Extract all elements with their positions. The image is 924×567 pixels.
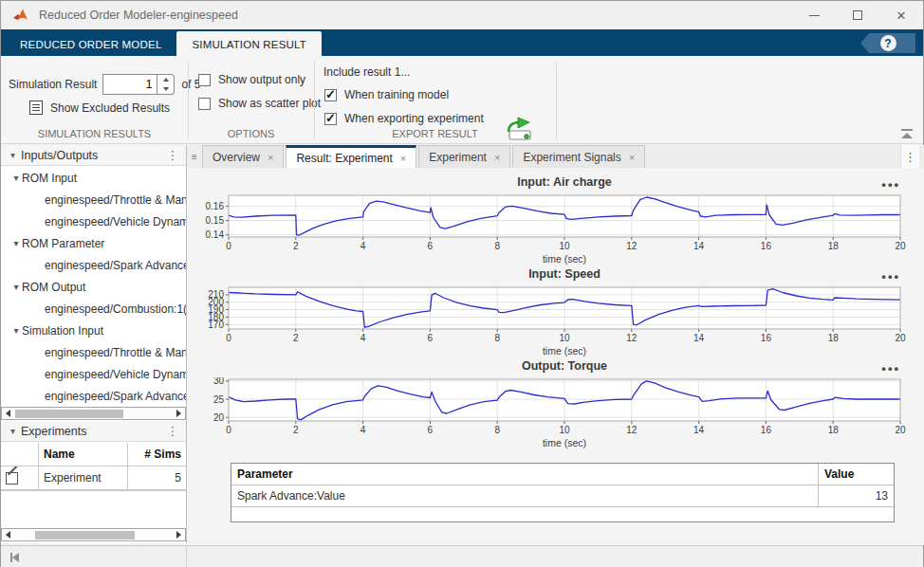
svg-text:16: 16	[761, 425, 772, 435]
experiment-name-cell[interactable]: Experiment	[39, 466, 128, 489]
doc-tab-experiment-signals[interactable]: Experiment Signals×	[512, 145, 645, 168]
checkbox-label: Show as scatter plot	[218, 97, 321, 110]
plot-options-button[interactable]: •••	[881, 269, 900, 284]
plot-canvas: 02468101214161820202530time (sec)	[187, 377, 924, 452]
svg-text:0: 0	[226, 333, 231, 343]
plot-options-button[interactable]: •••	[881, 177, 900, 192]
checkbox-label: Show output only	[218, 73, 305, 86]
checkbox-checked-icon[interactable]	[324, 89, 337, 101]
tree-item[interactable]: ▾Simulation Input	[1, 320, 186, 341]
tree-item-label: Simulation Input	[22, 324, 103, 338]
stepper-down-icon[interactable]	[157, 84, 174, 94]
parameter-row[interactable]: Spark Advance:Value13	[231, 485, 894, 507]
plot-input-speed: Input: Speed•••0246810121416182017018019…	[187, 267, 924, 360]
experiment-sims-cell[interactable]: 5	[128, 466, 186, 489]
close-icon: ✕	[896, 9, 907, 22]
experiment-row[interactable]: Experiment5	[1, 466, 186, 490]
svg-text:0: 0	[226, 241, 231, 251]
experiments-table-header: Name# Sims	[1, 443, 186, 466]
doc-tab-label: Result: Experiment	[296, 152, 392, 165]
tree-item[interactable]: enginespeed/Combustion:1(T	[1, 298, 186, 320]
export-option-when-training-model[interactable]: When training model	[324, 88, 484, 101]
tree-horizontal-scrollbar[interactable]	[1, 407, 186, 420]
svg-text:0.15: 0.15	[206, 215, 225, 226]
experiments-kebab-menu[interactable]: ⋮	[167, 424, 179, 438]
tree-item[interactable]: enginespeed/Spark Advance:	[1, 254, 186, 276]
section-label-options: OPTIONS	[188, 128, 314, 139]
document-tab-bar: ≡ Overview×Result: Experiment×Experiment…	[187, 145, 924, 168]
tree-expander-icon[interactable]: ▾	[10, 238, 22, 248]
option-show-output-only[interactable]: Show output only	[198, 73, 321, 86]
svg-text:6: 6	[428, 425, 434, 435]
x-axis-label: time (sec)	[543, 345, 586, 357]
help-button[interactable]: ?	[880, 35, 896, 51]
tree-item[interactable]: enginespeed/Throttle & Manif	[1, 341, 186, 363]
left-sidebar: ▾ Inputs/Outputs ⋮ ▾ROM Inputenginespeed…	[1, 145, 187, 543]
tree-item[interactable]: enginespeed/Spark Advance:	[1, 385, 186, 407]
svg-text:18: 18	[828, 241, 840, 251]
tree-item-label: ROM Input	[22, 172, 77, 185]
scrollbar-thumb[interactable]	[15, 410, 123, 418]
simulation-result-input[interactable]	[102, 74, 157, 95]
tree-expander-icon[interactable]: ▾	[10, 282, 22, 292]
plot-canvas: 024681012141618200.140.150.16time (sec)	[187, 193, 924, 268]
checkbox-unchecked-icon[interactable]	[198, 98, 211, 110]
doc-tab-result-experiment[interactable]: Result: Experiment×	[286, 145, 416, 168]
inputs-outputs-header[interactable]: ▾ Inputs/Outputs ⋮	[1, 145, 186, 166]
tabbar-grip-icon: ≡	[187, 145, 202, 168]
tab-close-icon[interactable]: ×	[494, 152, 500, 163]
experiments-header[interactable]: ▾ Experiments ⋮	[1, 421, 186, 442]
tree-item[interactable]: enginespeed/Throttle & Manif	[1, 189, 186, 210]
parameter-table-header: Parameter Value	[231, 464, 894, 485]
column-header-# Sims: # Sims	[128, 443, 186, 466]
svg-text:6: 6	[428, 241, 434, 251]
tab-close-icon[interactable]: ×	[629, 152, 635, 163]
svg-text:4: 4	[360, 241, 366, 251]
svg-text:6: 6	[428, 333, 434, 343]
tree-item[interactable]: enginespeed/Vehicle Dynami	[1, 363, 186, 385]
tree-item-label: enginespeed/Vehicle Dynami	[45, 215, 186, 229]
plot-title: Input: Speed	[229, 267, 900, 285]
tree-expander-icon[interactable]: ▾	[10, 173, 22, 183]
scroll-left-icon[interactable]	[2, 529, 14, 540]
scrollbar-thumb[interactable]	[35, 531, 135, 540]
tabbar-kebab-menu[interactable]: ⋮	[900, 145, 919, 168]
x-axis-label: time (sec)	[543, 437, 586, 448]
stepper-up-icon[interactable]	[157, 75, 174, 84]
tree-item-label: enginespeed/Throttle & Manif	[45, 193, 186, 207]
scroll-right-icon[interactable]	[173, 408, 185, 419]
tree-item[interactable]: ▾ROM Output	[1, 276, 186, 298]
minimize-button[interactable]	[792, 1, 836, 29]
collapse-sidebar-button[interactable]	[10, 553, 19, 562]
doc-tab-overview[interactable]: Overview×	[202, 145, 284, 168]
inputs-outputs-kebab-menu[interactable]: ⋮	[167, 148, 179, 162]
maximize-button[interactable]	[836, 1, 879, 29]
parameter-value-cell[interactable]: 13	[819, 485, 894, 506]
collapse-ribbon-button[interactable]	[900, 129, 914, 139]
scroll-right-icon[interactable]	[173, 529, 185, 540]
tree-expander-icon[interactable]: ▾	[10, 325, 22, 336]
close-button[interactable]: ✕	[879, 1, 923, 29]
tab-close-icon[interactable]: ×	[268, 152, 273, 163]
show-excluded-results-button[interactable]: Show Excluded Results	[29, 101, 170, 115]
tree-item[interactable]: enginespeed/Vehicle Dynami	[1, 210, 186, 232]
tree-item[interactable]: ▾ROM Parameter	[1, 232, 186, 254]
export-option-when-exporting-experiment[interactable]: When exporting experiment	[324, 112, 484, 125]
experiments-horizontal-scrollbar[interactable]	[1, 528, 186, 541]
checkbox-unchecked-icon[interactable]	[198, 74, 211, 86]
checkbox-checked-icon[interactable]	[324, 113, 337, 125]
edit-experiment-icon[interactable]	[6, 472, 18, 485]
plot-options-button[interactable]: •••	[881, 361, 900, 375]
ribbon-tab-simulation-result[interactable]: SIMULATION RESULT	[176, 31, 322, 58]
simulation-result-stepper[interactable]	[157, 74, 175, 95]
ribbon-tab-reduced-order-model[interactable]: REDUCED ORDER MODEL	[5, 31, 176, 58]
tab-close-icon[interactable]: ×	[400, 153, 406, 164]
option-show-as-scatter-plot[interactable]: Show as scatter plot	[198, 97, 321, 110]
list-icon	[29, 101, 43, 115]
doc-tab-experiment[interactable]: Experiment×	[418, 145, 510, 168]
section-label-export-result: EXPORT RESULT	[314, 128, 556, 139]
parameter-name-cell[interactable]: Spark Advance:Value	[231, 485, 819, 506]
tree-item[interactable]: ▾ROM Input	[1, 167, 186, 189]
scroll-left-icon[interactable]	[2, 408, 14, 419]
svg-text:20: 20	[895, 425, 906, 435]
